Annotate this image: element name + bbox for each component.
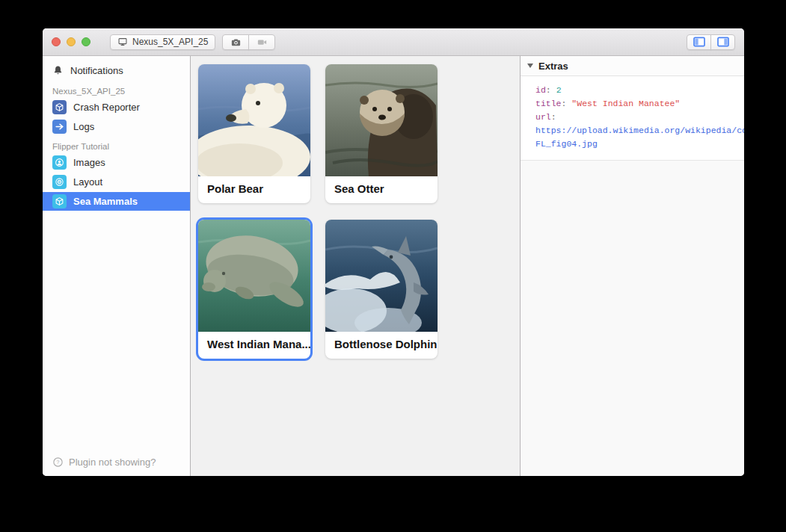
close-button[interactable] <box>52 37 61 46</box>
panel-left-icon <box>693 37 706 47</box>
extras-panel: Extras id: 2 title: "West Indian Manatee… <box>520 56 744 476</box>
screenshot-button[interactable] <box>222 34 249 50</box>
card-title: Bottlenose Dolphin <box>325 332 437 359</box>
plugin-help-link[interactable]: ? Plugin not showing? <box>43 450 190 476</box>
card-polar-bear[interactable]: Polar Bear <box>198 64 310 203</box>
panel-toggle-group <box>687 34 735 50</box>
extras-data-inspector: id: 2 title: "West Indian Manatee" url: … <box>521 76 744 161</box>
sidebar-item-label: Notifications <box>70 65 123 76</box>
cube-icon <box>52 100 67 114</box>
camera-icon <box>230 37 242 48</box>
extras-title: Extras <box>538 61 568 72</box>
sidebar-item-label: Images <box>73 157 105 168</box>
device-selector-label: Nexus_5X_API_25 <box>132 37 208 47</box>
sidebar-item-label: Layout <box>73 176 102 188</box>
dolphin-image <box>325 220 437 332</box>
traffic-lights <box>52 37 90 46</box>
target-icon <box>52 175 67 189</box>
bell-icon <box>52 65 64 76</box>
sidebar-item-layout[interactable]: Layout <box>43 173 190 191</box>
arrow-right-icon <box>52 120 67 134</box>
sidebar-item-images[interactable]: Images <box>43 153 190 172</box>
minimize-button[interactable] <box>67 37 76 46</box>
sidebar-section-flipper-tutorial: Flipper Tutorial <box>43 137 190 153</box>
polar-bear-image <box>198 64 310 176</box>
video-camera-icon <box>257 37 268 48</box>
toggle-right-panel-button[interactable] <box>710 34 735 50</box>
json-line: id: 2 <box>535 85 562 95</box>
sidebar-item-sea-mammals[interactable]: Sea Mammals <box>43 192 190 211</box>
sidebar-item-label: Sea Mammals <box>73 196 138 207</box>
sidebar-section-device: Nexus_5X_API_25 <box>43 81 190 98</box>
help-circle-icon: ? <box>52 457 64 468</box>
card-bottlenose-dolphin[interactable]: Bottlenose Dolphin <box>325 220 437 359</box>
svg-text:?: ? <box>57 460 60 465</box>
json-line: https://upload.wikimedia.org/wikipedia/c… <box>535 126 744 135</box>
card-title: West Indian Mana... <box>198 332 310 359</box>
card-title: Polar Bear <box>198 176 310 203</box>
extras-panel-header[interactable]: Extras <box>521 56 744 76</box>
sidebar-item-crash-reporter[interactable]: Crash Reporter <box>43 98 190 117</box>
caret-down-icon <box>527 64 533 68</box>
toggle-left-panel-button[interactable] <box>687 34 711 50</box>
json-line: title: "West Indian Manatee" <box>535 99 680 108</box>
cube-icon <box>52 194 67 208</box>
screen-record-button[interactable] <box>248 34 275 50</box>
monitor-icon <box>117 37 128 47</box>
card-west-indian-manatee[interactable]: West Indian Mana... <box>198 220 310 359</box>
json-line: FL_fig04.jpg <box>535 139 598 149</box>
user-circle-icon <box>52 155 67 170</box>
zoom-button[interactable] <box>82 37 90 46</box>
card-sea-otter[interactable]: Sea Otter <box>325 64 437 203</box>
sidebar-item-label: Crash Reporter <box>73 102 140 113</box>
sea-mammals-card-grid: Polar Bear Sea <box>191 56 520 476</box>
json-line: url: <box>535 112 556 122</box>
flipper-window: Nexus_5X_API_25 <box>43 28 744 476</box>
device-selector-button[interactable]: Nexus_5X_API_25 <box>110 34 215 50</box>
panel-right-icon <box>716 37 730 47</box>
manatee-image <box>198 220 310 332</box>
sidebar-item-label: Logs <box>73 121 94 132</box>
window-content: Notifications Nexus_5X_API_25 Crash Repo… <box>43 56 744 476</box>
sidebar: Notifications Nexus_5X_API_25 Crash Repo… <box>43 56 191 476</box>
sidebar-item-notifications[interactable]: Notifications <box>43 61 190 81</box>
capture-button-group <box>222 34 275 50</box>
card-title: Sea Otter <box>325 176 437 203</box>
title-toolbar: Nexus_5X_API_25 <box>43 28 744 56</box>
sea-otter-image <box>325 64 437 176</box>
plugin-help-label: Plugin not showing? <box>69 457 156 468</box>
sidebar-item-logs[interactable]: Logs <box>43 117 190 136</box>
